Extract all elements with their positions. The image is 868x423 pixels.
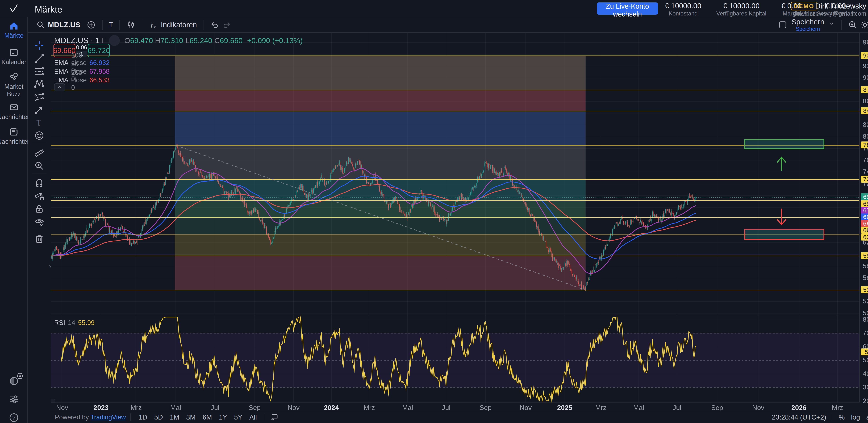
compare-plus-icon[interactable]: [86, 20, 96, 30]
range-button-1m[interactable]: 1M: [166, 413, 183, 422]
legend-collapse-button[interactable]: –: [109, 35, 120, 46]
price-tick[interactable]: 92.000: [863, 62, 868, 70]
rsi-tick[interactable]: 80.00: [863, 316, 868, 323]
interval-button[interactable]: T: [109, 21, 113, 29]
price-tick[interactable]: 52.000: [863, 298, 868, 305]
axis-month-label[interactable]: Nov: [287, 404, 300, 412]
axis-month-label[interactable]: Mrz: [595, 404, 607, 412]
crosshair-icon[interactable]: [34, 40, 45, 51]
sidebar-item-nachrichten[interactable]: Nachrichten: [0, 102, 28, 121]
axis-month-label[interactable]: Mrz: [130, 404, 142, 412]
axis-month-label[interactable]: Sep: [249, 404, 260, 412]
range-button-3m[interactable]: 3M: [183, 413, 199, 422]
rsi-tick[interactable]: 40.00: [863, 370, 868, 377]
chart-plot[interactable]: MDLZ.US · 1T – O69.470 H70.310 L69.240 C…: [51, 33, 859, 402]
scale-mode-auto[interactable]: auto: [863, 413, 868, 422]
price-tick[interactable]: 86.000: [863, 98, 868, 105]
trendline-icon[interactable]: [34, 53, 45, 64]
quick-search-icon[interactable]: [848, 20, 858, 30]
axis-month-label[interactable]: Nov: [752, 404, 764, 412]
range-button-1d[interactable]: 1D: [135, 413, 151, 422]
price-tick[interactable]: 56.000: [863, 274, 868, 282]
price-tick[interactable]: 80.000: [863, 133, 868, 140]
time-axis[interactable]: Nov2023MrzMaiJulSepNov2024MrzMaiJulSepNo…: [51, 402, 859, 411]
axis-month-label[interactable]: Mai: [402, 404, 413, 412]
price-tick[interactable]: 58.000: [863, 262, 868, 270]
price-tick[interactable]: 90.000: [863, 74, 868, 81]
forecast-icon[interactable]: [34, 91, 45, 103]
indicator-collapse-button[interactable]: [54, 83, 65, 91]
range-button-6m[interactable]: 6M: [199, 413, 215, 422]
sliders-icon[interactable]: [8, 394, 20, 405]
magnet-icon[interactable]: [34, 178, 45, 189]
scale-settings-icon[interactable]: [16, 372, 24, 380]
sidebar-item-nachrichten[interactable]: Nachrichten: [0, 127, 28, 145]
sidebar-item-kalender[interactable]: Kalender: [0, 47, 28, 66]
axis-year-label[interactable]: 2025: [557, 404, 572, 412]
price-chart-canvas[interactable]: [51, 33, 859, 402]
tradingview-link[interactable]: TradingView: [90, 414, 126, 421]
emoji-icon[interactable]: [34, 130, 45, 141]
help-icon[interactable]: ?: [8, 412, 20, 423]
range-button-5y[interactable]: 5Y: [231, 413, 246, 422]
axis-year-label[interactable]: 2024: [324, 404, 339, 412]
price-tick[interactable]: 50.000: [863, 310, 868, 317]
price-tick[interactable]: 74.000: [863, 168, 868, 175]
axis-month-label[interactable]: Sep: [479, 404, 492, 412]
redo-icon[interactable]: [222, 20, 231, 30]
axis-month-label[interactable]: Jul: [211, 404, 219, 412]
chevron-down-icon[interactable]: [828, 20, 835, 30]
search-icon[interactable]: [36, 20, 45, 30]
axis-month-label[interactable]: Sep: [711, 404, 723, 412]
sidebar-item-market-buzz[interactable]: MarketBuzz: [0, 72, 28, 98]
axis-month-label[interactable]: Mai: [170, 404, 181, 412]
axis-month-label[interactable]: Jul: [442, 404, 451, 412]
rsi-tick[interactable]: 30.00: [863, 384, 868, 391]
broker-logo[interactable]: [0, 0, 28, 17]
scale-mode-percent[interactable]: %: [836, 413, 848, 422]
axis-month-label[interactable]: Nov: [56, 404, 68, 412]
indicator-row[interactable]: EMA200 close 066.533: [54, 77, 110, 84]
ruler-icon[interactable]: [34, 147, 45, 159]
axis-year-label[interactable]: 2026: [792, 404, 807, 412]
range-button-all[interactable]: All: [246, 413, 260, 422]
axis-month-label[interactable]: Jul: [673, 404, 681, 412]
fib-retracement-icon[interactable]: [34, 66, 45, 77]
buy-button[interactable]: 69.720: [88, 44, 110, 57]
clock[interactable]: 23:28:44 (UTC+2): [772, 414, 826, 421]
axis-year-label[interactable]: 2023: [94, 404, 109, 412]
range-button-5d[interactable]: 5D: [151, 413, 166, 422]
indicators-button[interactable]: Indikatoren: [161, 21, 197, 29]
axis-month-label[interactable]: Nov: [520, 404, 532, 412]
range-button-1y[interactable]: 1Y: [215, 413, 231, 422]
axis-month-label[interactable]: Mrz: [832, 404, 843, 412]
price-scale[interactable]: 96.00092.00090.00086.00082.00080.00078.0…: [859, 33, 868, 402]
sidebar-item-märkte[interactable]: Märkte: [0, 21, 28, 39]
layout-icon[interactable]: [778, 20, 787, 30]
symbol-search-button[interactable]: MDLZ.US: [48, 21, 81, 29]
axis-month-label[interactable]: Mrz: [364, 404, 375, 412]
scale-mode-log[interactable]: log: [848, 413, 863, 422]
rsi-tick[interactable]: 20.00: [863, 397, 868, 404]
undo-icon[interactable]: [210, 20, 219, 30]
lock-icon[interactable]: [34, 203, 45, 215]
price-tick[interactable]: 82.000: [863, 121, 868, 129]
eye-icon[interactable]: [34, 216, 45, 227]
trash-icon[interactable]: [34, 233, 45, 245]
zoom-in-icon[interactable]: [34, 160, 45, 171]
gear-icon[interactable]: [860, 20, 868, 30]
save-button[interactable]: Speichern Speichern: [792, 18, 824, 32]
xabcd-pattern-icon[interactable]: [34, 79, 45, 90]
candles-style-icon[interactable]: [126, 20, 136, 30]
text-tool-icon[interactable]: T: [34, 117, 45, 128]
fx-icon[interactable]: ƒx: [149, 20, 158, 30]
rsi-tick[interactable]: 50.00: [863, 357, 868, 364]
price-tick[interactable]: 76.000: [863, 157, 868, 164]
rsi-tick[interactable]: 70.00: [863, 330, 868, 337]
price-tick[interactable]: 96.000: [863, 39, 868, 46]
switch-to-live-button[interactable]: Zu Live-Konto wechseln: [597, 2, 658, 15]
axis-month-label[interactable]: Mai: [633, 404, 644, 412]
draw-lock-icon[interactable]: [34, 191, 45, 202]
arrow-marker-icon[interactable]: [34, 104, 45, 115]
goto-date-icon[interactable]: [270, 413, 279, 422]
